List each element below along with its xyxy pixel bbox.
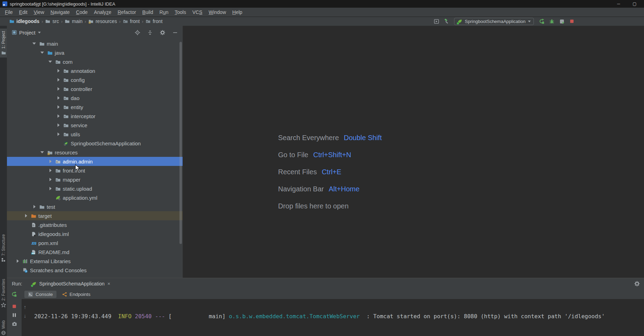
menu-run[interactable]: Run — [156, 9, 172, 15]
menu-file[interactable]: File — [2, 9, 16, 15]
pause-output-button[interactable] — [12, 313, 17, 318]
chevron-right-icon[interactable] — [56, 96, 61, 100]
hide-panel-icon[interactable] — [172, 30, 178, 35]
chevron-right-icon[interactable] — [56, 77, 61, 82]
chevron-down-icon[interactable] — [48, 59, 53, 64]
collapse-all-icon[interactable] — [147, 30, 153, 35]
tool-window-button-project[interactable]: 1: Project — [0, 29, 7, 58]
tree-indent — [48, 195, 53, 200]
chevron-right-icon[interactable] — [56, 68, 61, 73]
maximize-button[interactable]: ▢ — [627, 0, 643, 8]
chevron-down-icon[interactable] — [38, 32, 41, 33]
menu-analyze[interactable]: Analyze — [91, 9, 115, 15]
tree-item-front-front[interactable]: front.front — [7, 166, 183, 175]
gear-icon[interactable] — [160, 30, 165, 35]
chevron-down-icon[interactable] — [40, 150, 45, 155]
thread-dump-camera-button[interactable] — [12, 321, 17, 327]
menu-vcs[interactable]: VCS — [189, 9, 206, 15]
tree-item-main[interactable]: main — [7, 39, 183, 48]
tree-item-controller[interactable]: controller — [7, 84, 183, 93]
tree-item-com[interactable]: com — [7, 57, 183, 66]
rerun-button[interactable] — [11, 291, 17, 297]
menu-refactor[interactable]: Refactor — [114, 9, 139, 15]
close-icon[interactable]: × — [107, 281, 110, 287]
tree-item-test[interactable]: test — [7, 202, 183, 211]
minimize-button[interactable]: ─ — [611, 0, 627, 8]
run-with-profiler-icon[interactable] — [559, 19, 565, 24]
console-output[interactable]: 2022-11-26 19:39:43.449 INFO 20540 --- [… — [7, 299, 644, 336]
menu-window[interactable]: Window — [206, 9, 229, 15]
breadcrumb-src[interactable]: src — [45, 18, 59, 24]
stop-button[interactable] — [12, 304, 17, 309]
menu-navigate[interactable]: Navigate — [47, 9, 73, 15]
menu-code[interactable]: Code — [73, 9, 91, 15]
tree-item-interceptor[interactable]: interceptor — [7, 112, 183, 121]
chevron-right-icon[interactable] — [56, 105, 61, 109]
tree-item-admin-admin-selected[interactable]: admin.admin — [7, 157, 183, 166]
tree-item-resources[interactable]: resources — [7, 148, 183, 157]
chevron-right-icon[interactable] — [48, 177, 53, 182]
menu-view[interactable]: View — [31, 9, 47, 15]
tree-item-entity[interactable]: entity — [7, 102, 183, 112]
project-scrollbar[interactable] — [179, 42, 182, 244]
breadcrumb-idlegoods[interactable]: idlegoods — [9, 18, 39, 24]
tree-item-static-upload[interactable]: static.upload — [7, 184, 183, 193]
tree-item-target[interactable]: target — [7, 211, 183, 220]
tool-window-layout-icon[interactable] — [434, 19, 439, 24]
tab-console[interactable]: Console — [24, 291, 56, 298]
tree-item-idlegoods-iml[interactable]: idlegoods.iml — [7, 229, 183, 238]
breadcrumb-resources[interactable]: resources — [88, 18, 117, 24]
locate-file-icon[interactable] — [135, 30, 140, 35]
build-hammer-icon[interactable] — [444, 19, 449, 24]
chevron-right-icon[interactable] — [56, 132, 61, 137]
menu-build[interactable]: Build — [139, 9, 156, 15]
breadcrumb-front-2[interactable]: front — [145, 18, 162, 24]
chevron-down-icon[interactable] — [32, 41, 37, 46]
tree-item-utils[interactable]: utils — [7, 130, 183, 139]
chevron-right-icon[interactable] — [48, 159, 53, 164]
project-tab-label: 1: Project — [1, 31, 6, 49]
tool-window-button-favorites[interactable]: 2: Favorites — [0, 279, 7, 307]
rerun-button[interactable] — [539, 18, 544, 24]
scroll-down-icon[interactable]: ↓ — [24, 313, 26, 319]
tab-endpoints[interactable]: Endpoints — [59, 291, 94, 298]
tree-item-service[interactable]: service — [7, 121, 183, 130]
chevron-right-icon[interactable] — [56, 114, 61, 119]
run-tab-springboot[interactable]: SpringbootSchemaApplication × — [31, 281, 110, 287]
hint-recent-files: Recent FilesCtrl+E — [278, 168, 382, 176]
chevron-right-icon[interactable] — [24, 213, 29, 218]
tree-item-springboot-application[interactable]: SpringbootSchemaApplication — [7, 139, 183, 148]
tree-item-gitattributes[interactable]: .gitattributes — [7, 220, 183, 229]
chevron-right-icon[interactable] — [48, 168, 53, 173]
gear-icon[interactable] — [634, 281, 640, 287]
run-configuration-select[interactable]: SpringbootSchemaApplication — [454, 18, 534, 25]
tree-item-pom-xml[interactable]: mpom.xml — [7, 238, 183, 247]
tree-item-java[interactable]: java — [7, 48, 183, 57]
menu-tools[interactable]: Tools — [171, 9, 189, 15]
tree-item-annotation[interactable]: annotation — [7, 66, 183, 75]
chevron-right-icon[interactable] — [48, 186, 53, 191]
tree-item-readme-md[interactable]: MDREADME.md — [7, 247, 183, 257]
chevron-right-icon[interactable] — [56, 86, 61, 91]
breadcrumb-main[interactable]: main — [64, 18, 82, 24]
tree-item-mapper[interactable]: mapper — [7, 175, 183, 184]
chevron-right-icon[interactable] — [32, 204, 37, 209]
breadcrumb-front-1[interactable]: front — [123, 18, 140, 24]
tool-window-button-structure[interactable]: 7: Structure — [0, 234, 7, 262]
tool-window-button-web[interactable]: Web — [0, 320, 7, 335]
chevron-right-icon[interactable] — [56, 123, 61, 128]
chevron-right-icon[interactable] — [15, 259, 20, 264]
tree-item-scratches[interactable]: Scratches and Consoles — [7, 266, 183, 275]
tree-item-config[interactable]: config — [7, 75, 183, 84]
package-icon — [55, 159, 61, 164]
debug-button[interactable] — [549, 19, 554, 24]
scroll-up-icon[interactable]: ↑ — [24, 304, 26, 310]
tree-item-external-libraries[interactable]: External Libraries — [7, 257, 183, 266]
tree-item-dao[interactable]: dao — [7, 93, 183, 102]
menu-edit[interactable]: Edit — [16, 9, 31, 15]
chevron-down-icon[interactable] — [40, 50, 45, 55]
project-panel-title[interactable]: Project — [19, 30, 36, 36]
tree-item-application-yml[interactable]: application.yml — [7, 193, 183, 202]
menu-help[interactable]: Help — [229, 9, 246, 15]
stop-button[interactable] — [569, 19, 574, 24]
